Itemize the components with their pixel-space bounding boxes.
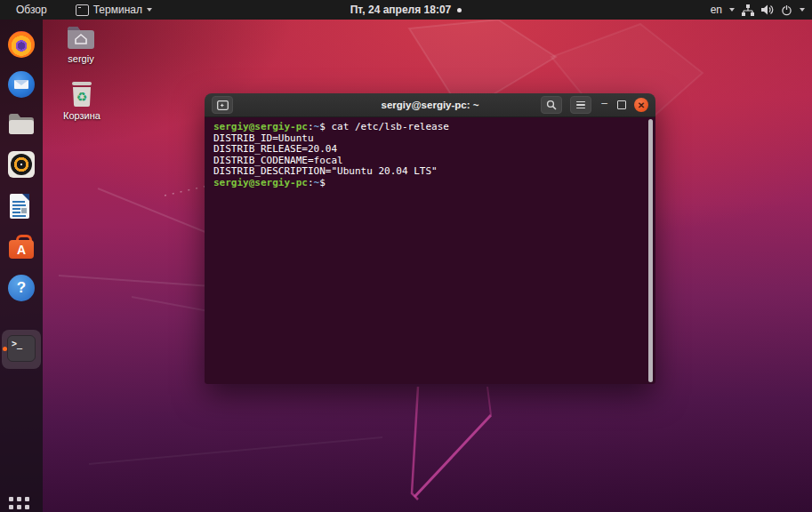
terminal-icon: >_ xyxy=(7,335,36,362)
dock: A ? >_ xyxy=(0,20,43,512)
desktop-screen: Обзор Терминал Пт, 24 апреля 18:07 en xyxy=(0,0,812,512)
dock-item-ubuntu-software[interactable]: A xyxy=(7,233,36,261)
notification-dot-icon xyxy=(457,8,462,12)
home-folder-icon xyxy=(65,23,97,52)
search-icon xyxy=(546,100,557,110)
keyboard-layout-indicator: en xyxy=(711,4,722,16)
menu-button[interactable] xyxy=(570,96,591,114)
firefox-icon xyxy=(8,31,35,58)
dock-item-thunderbird[interactable] xyxy=(7,70,36,99)
svg-text:♻: ♻ xyxy=(76,90,88,104)
desktop-icon-trash[interactable]: ♻ Корзина xyxy=(54,80,109,121)
chevron-down-icon xyxy=(147,8,152,12)
app-menu-label: Терминал xyxy=(93,4,142,16)
chevron-down-icon xyxy=(800,8,805,12)
rhythmbox-icon xyxy=(8,151,35,178)
show-applications-button[interactable] xyxy=(9,497,34,512)
dock-item-help[interactable]: ? xyxy=(7,274,36,302)
terminal-prompt-line: sergiy@sergiy-pc:~$ cat /etc/lsb-release xyxy=(213,122,647,133)
minimize-button[interactable]: – xyxy=(599,99,609,111)
terminal-output-line: DISTRIB_RELEASE=20.04 xyxy=(213,144,647,156)
desktop-icon-sergiy[interactable]: sergiy xyxy=(53,23,109,64)
desktop-icon-label: sergiy xyxy=(53,53,109,64)
thunderbird-icon xyxy=(8,71,35,98)
dock-item-firefox[interactable] xyxy=(7,30,36,59)
terminal-mini-icon xyxy=(76,4,89,16)
terminal-scrollbar[interactable] xyxy=(648,119,653,382)
maximize-button[interactable] xyxy=(617,100,626,109)
new-tab-button[interactable] xyxy=(212,96,233,114)
hamburger-icon xyxy=(576,101,585,108)
terminal-prompt-line: sergiy@sergiy-pc:~$ xyxy=(213,178,647,189)
new-tab-icon xyxy=(217,100,229,110)
app-menu-button[interactable]: Терминал xyxy=(76,4,152,16)
search-button[interactable] xyxy=(541,96,562,114)
activities-button[interactable]: Обзор xyxy=(12,4,51,16)
help-icon: ? xyxy=(8,275,35,301)
terminal-window: sergiy@sergiy-pc: ~ – ✕ sergiy@sergiy-pc… xyxy=(205,93,655,384)
clock-button[interactable]: Пт, 24 апреля 18:07 xyxy=(350,4,462,16)
dock-item-rhythmbox[interactable] xyxy=(7,150,36,179)
ubuntu-software-icon: A xyxy=(8,234,35,260)
clock-label: Пт, 24 апреля 18:07 xyxy=(350,4,452,16)
terminal-command: cat /etc/lsb-release xyxy=(331,121,448,132)
close-button[interactable]: ✕ xyxy=(634,98,648,112)
window-titlebar[interactable]: sergiy@sergiy-pc: ~ – ✕ xyxy=(205,93,655,117)
power-icon xyxy=(781,4,792,16)
top-bar: Обзор Терминал Пт, 24 апреля 18:07 en xyxy=(0,0,812,20)
volume-icon xyxy=(761,4,774,15)
terminal-content[interactable]: sergiy@sergiy-pc:~$ cat /etc/lsb-release… xyxy=(205,117,655,384)
system-status-menu[interactable]: en xyxy=(711,0,805,20)
libreoffice-writer-icon xyxy=(7,192,32,220)
dock-item-libreoffice-writer[interactable] xyxy=(7,192,36,220)
dock-item-files[interactable] xyxy=(7,110,36,139)
files-icon xyxy=(7,110,36,137)
trash-icon: ♻ xyxy=(68,80,95,108)
desktop-icon-label: Корзина xyxy=(54,110,109,121)
dock-item-terminal[interactable]: >_ xyxy=(2,330,41,369)
network-wired-icon xyxy=(742,4,754,16)
chevron-down-icon xyxy=(729,8,735,12)
